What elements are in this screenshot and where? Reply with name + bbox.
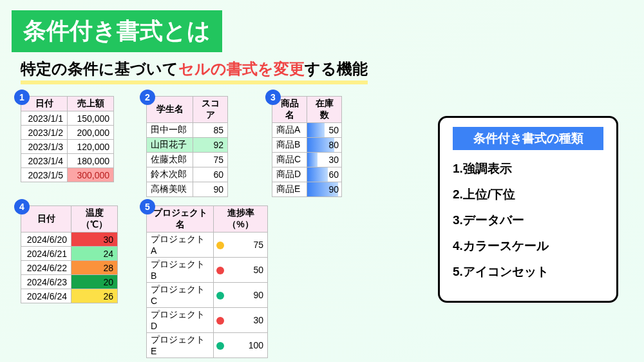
stock-value: 90: [307, 184, 341, 195]
value-cell: 300,000: [68, 168, 114, 182]
score-cell: 92: [193, 138, 228, 153]
temp-cell: 30: [71, 233, 118, 247]
subtitle-suffix: する機能: [305, 60, 368, 77]
column-header: 温度（℃）: [71, 206, 118, 233]
table3-wrap: 3 商品名在庫数商品A50商品B80商品C30商品D60商品E90: [272, 96, 342, 197]
date-cell: 2023/1/3: [21, 140, 68, 154]
databar-cell: 60: [307, 167, 342, 182]
name-cell: 鈴木次郎: [147, 167, 193, 182]
name-cell: 山田花子: [147, 138, 193, 153]
page-title: 条件付き書式とは: [12, 10, 222, 52]
table-3-databar: 商品名在庫数商品A50商品B80商品C30商品D60商品E90: [272, 96, 342, 197]
temp-cell: 20: [71, 275, 118, 289]
value-cell: 150,000: [68, 111, 114, 126]
legend-title: 条件付き書式の種類: [453, 127, 603, 150]
table-4-colorscale: 日付温度（℃）2024/6/20302024/6/21242024/6/2228…: [21, 205, 118, 303]
table1-wrap: 1 日付売上額2023/1/1150,0002023/1/2200,000202…: [21, 96, 114, 182]
legend-item: 4.カラースケール: [453, 238, 603, 254]
date-cell: 2024/6/24: [21, 289, 71, 303]
temp-cell: 24: [71, 247, 118, 261]
subtitle-prefix: 特定の条件に基づいて: [21, 60, 178, 77]
date-cell: 2024/6/21: [21, 247, 71, 261]
badge-3: 3: [265, 90, 281, 105]
subtitle-highlight: セルの書式を変更: [178, 60, 305, 77]
value-cell: 180,000: [68, 154, 114, 168]
databar-cell: 90: [307, 182, 342, 197]
table2-wrap: 2 学生名スコア田中一郎85山田花子92佐藤太郎75鈴木次郎60高橋美咲90: [146, 96, 228, 197]
stock-value: 60: [307, 169, 341, 180]
value-cell: 120,000: [68, 140, 114, 154]
badge-1: 1: [14, 90, 30, 105]
status-dot-icon: [216, 267, 224, 274]
product-cell: 商品C: [272, 153, 307, 167]
stock-value: 80: [307, 140, 341, 150]
date-cell: 2023/1/1: [21, 111, 68, 126]
project-cell: プロジェクトB: [147, 258, 214, 283]
product-cell: 商品A: [272, 123, 307, 138]
progress-cell: 50: [214, 258, 268, 283]
date-cell: 2024/6/20: [21, 233, 71, 247]
product-cell: 商品D: [272, 167, 307, 182]
databar-cell: 30: [307, 153, 342, 167]
table-2-topbottom: 学生名スコア田中一郎85山田花子92佐藤太郎75鈴木次郎60高橋美咲90: [146, 96, 228, 197]
date-cell: 2023/1/4: [21, 154, 68, 168]
date-cell: 2023/1/5: [21, 168, 68, 182]
column-header: 進捗率（%）: [214, 206, 268, 233]
date-cell: 2024/6/23: [21, 275, 71, 289]
progress-cell: 30: [214, 308, 268, 333]
databar-cell: 50: [307, 123, 342, 138]
score-cell: 85: [193, 123, 228, 138]
progress-cell: 75: [214, 233, 268, 258]
name-cell: 佐藤太郎: [147, 153, 193, 167]
project-cell: プロジェクトE: [147, 333, 214, 358]
project-cell: プロジェクトA: [147, 233, 214, 258]
name-cell: 田中一郎: [147, 123, 193, 138]
progress-cell: 90: [214, 283, 268, 308]
table-1-highlight: 日付売上額2023/1/1150,0002023/1/2200,0002023/…: [21, 96, 114, 182]
progress-value: 100: [249, 340, 263, 350]
progress-value: 50: [253, 265, 263, 275]
name-cell: 高橋美咲: [147, 182, 193, 197]
temp-cell: 26: [71, 289, 118, 303]
table5-wrap: 5 プロジェクト名進捗率（%）プロジェクトA75プロジェクトB50プロジェクトC…: [146, 205, 268, 358]
score-cell: 75: [193, 153, 228, 167]
progress-value: 90: [253, 290, 263, 300]
progress-cell: 100: [214, 333, 268, 358]
legend-item: 1.強調表示: [453, 160, 603, 177]
badge-2: 2: [140, 90, 155, 105]
status-dot-icon: [216, 317, 224, 325]
subtitle: 特定の条件に基づいてセルの書式を変更する機能: [21, 59, 368, 84]
badge-4: 4: [14, 199, 30, 214]
stock-value: 30: [307, 155, 341, 165]
legend-item: 2.上位/下位: [453, 186, 603, 203]
status-dot-icon: [216, 242, 224, 249]
product-cell: 商品B: [272, 138, 307, 153]
column-header: スコア: [193, 97, 228, 123]
score-cell: 90: [193, 182, 228, 197]
legend-item: 5.アイコンセット: [453, 263, 603, 280]
table-5-iconset: プロジェクト名進捗率（%）プロジェクトA75プロジェクトB50プロジェクトC90…: [146, 205, 268, 358]
score-cell: 60: [193, 167, 228, 182]
stock-value: 50: [307, 125, 341, 135]
column-header: プロジェクト名: [147, 206, 214, 233]
progress-value: 30: [253, 315, 263, 325]
temp-cell: 28: [71, 261, 118, 275]
column-header: 売上額: [68, 97, 114, 111]
product-cell: 商品E: [272, 182, 307, 197]
date-cell: 2024/6/22: [21, 261, 71, 275]
table4-wrap: 4 日付温度（℃）2024/6/20302024/6/21242024/6/22…: [21, 205, 118, 303]
legend-box: 条件付き書式の種類 1.強調表示2.上位/下位3.データバー4.カラースケール5…: [438, 116, 618, 303]
value-cell: 200,000: [68, 126, 114, 140]
legend-item: 3.データバー: [453, 212, 603, 229]
badge-5: 5: [140, 199, 155, 214]
status-dot-icon: [216, 292, 224, 300]
progress-value: 75: [253, 240, 263, 250]
column-header: 在庫数: [307, 97, 342, 123]
status-dot-icon: [216, 342, 224, 350]
project-cell: プロジェクトC: [147, 283, 214, 308]
databar-cell: 80: [307, 138, 342, 153]
project-cell: プロジェクトD: [147, 308, 214, 333]
date-cell: 2023/1/2: [21, 126, 68, 140]
